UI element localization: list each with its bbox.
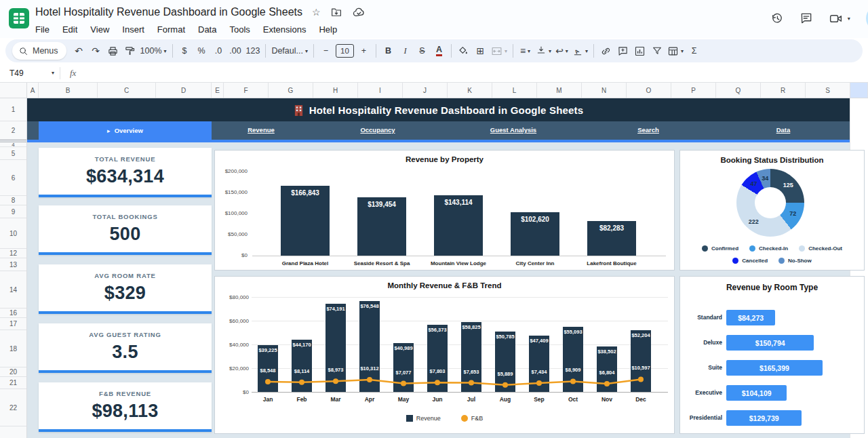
name-box[interactable]: T49 ▾ <box>0 68 60 78</box>
kpi-card-1[interactable]: TOTAL BOOKINGS500 <box>39 205 212 255</box>
horizontal-align-button[interactable]: ≡▾ <box>517 42 534 60</box>
decrease-font-size-button[interactable]: − <box>317 42 334 60</box>
row-header-18[interactable]: 18 <box>0 330 26 367</box>
font-family-button[interactable]: Defaul...▾ <box>269 42 310 60</box>
column-header-A[interactable]: A <box>27 83 39 98</box>
column-header-O[interactable]: O <box>627 83 671 98</box>
row-header-20[interactable]: 20 <box>0 367 26 377</box>
revenue-by-room-type-chart[interactable]: Revenue by Room TypeStandard$84,273Delux… <box>679 276 865 434</box>
column-header-D[interactable]: D <box>156 83 212 98</box>
italic-button[interactable]: I <box>397 42 414 60</box>
menu-view[interactable]: View <box>90 24 109 35</box>
revenue-by-property-chart[interactable]: Revenue by Property$0$50,000$100,000$150… <box>214 150 675 271</box>
kpi-card-4[interactable]: F&B REVENUE$98,113 <box>39 382 212 432</box>
document-title[interactable]: Hotel Hospitality Revenue Dashboard in G… <box>35 6 302 18</box>
text-color-button[interactable]: A <box>431 42 448 60</box>
tab-data[interactable]: Data <box>776 126 791 134</box>
kpi-card-3[interactable]: AVG GUEST RATING3.5 <box>39 323 212 373</box>
font-size-button[interactable]: 10 <box>336 44 354 58</box>
borders-button[interactable]: ⊞ <box>472 42 489 60</box>
select-all-corner[interactable] <box>0 83 27 98</box>
vertical-align-button[interactable]: ▾ <box>534 42 553 60</box>
column-header-S[interactable]: S <box>806 83 850 98</box>
decrease-decimal-places-button[interactable]: .0 <box>210 42 227 60</box>
row-header-1[interactable]: 1 <box>0 98 26 121</box>
menu-extensions[interactable]: Extensions <box>263 24 307 35</box>
menu-help[interactable]: Help <box>319 24 337 35</box>
functions-button[interactable]: Σ <box>686 42 703 60</box>
row-header-14[interactable]: 14 <box>0 271 26 308</box>
redo-button[interactable]: ↷ <box>87 42 104 60</box>
row-header-2[interactable]: 2 <box>0 121 26 140</box>
row-header-12[interactable]: 12 <box>0 249 26 258</box>
text-rotation-button[interactable]: A▾ <box>570 42 590 60</box>
format-as-currency-button[interactable]: $ <box>176 42 193 60</box>
strikethrough-button[interactable]: S <box>414 42 431 60</box>
row-header-8[interactable]: 8 <box>0 196 26 205</box>
zoom-button[interactable]: 100%▾ <box>138 42 169 60</box>
menus-button[interactable]: Menus <box>12 42 66 60</box>
format-as-percent-button[interactable]: % <box>193 42 210 60</box>
version-history-button[interactable] <box>770 12 784 25</box>
row-header-13[interactable]: 13 <box>0 258 26 271</box>
fill-color-button[interactable] <box>455 42 472 60</box>
row-header-16[interactable]: 16 <box>0 308 26 318</box>
column-header-R[interactable]: R <box>761 83 806 98</box>
join-call-button[interactable]: ▾ <box>829 12 850 26</box>
row-header-6[interactable]: 6 <box>0 160 26 196</box>
star-button[interactable]: ☆ <box>312 7 321 18</box>
column-header-T-selected[interactable] <box>850 83 868 98</box>
table-tools-button[interactable]: ▾ <box>665 42 686 60</box>
row-header-5[interactable]: 5 <box>0 147 26 160</box>
menu-insert[interactable]: Insert <box>122 24 144 35</box>
column-header-L[interactable]: L <box>492 83 537 98</box>
insert-chart-button[interactable] <box>631 42 648 60</box>
paint-format-button[interactable] <box>121 42 138 60</box>
row-header-4[interactable]: 4 <box>0 142 26 147</box>
column-header-J[interactable]: J <box>403 83 448 98</box>
insert-link-button[interactable] <box>597 42 614 60</box>
column-header-I[interactable]: I <box>358 83 403 98</box>
row-header-22[interactable]: 22 <box>0 389 26 426</box>
column-header-M[interactable]: M <box>537 83 582 98</box>
column-header-C[interactable]: C <box>98 83 156 98</box>
menu-data[interactable]: Data <box>198 24 216 35</box>
column-header-N[interactable]: N <box>582 83 627 98</box>
create-filter-button[interactable] <box>648 42 665 60</box>
tab-revenue[interactable]: Revenue <box>248 126 275 134</box>
share-button[interactable]: S <box>866 5 868 31</box>
menu-edit[interactable]: Edit <box>62 24 77 35</box>
column-header-Q[interactable]: Q <box>716 83 761 98</box>
row-header-21[interactable]: 21 <box>0 377 26 389</box>
column-header-G[interactable]: G <box>269 83 313 98</box>
menu-tools[interactable]: Tools <box>229 24 250 35</box>
row-header-10[interactable]: 10 <box>0 218 26 249</box>
kpi-card-0[interactable]: TOTAL REVENUE$634,314 <box>39 148 212 197</box>
tab-overview-active[interactable]: ▸Overview <box>39 121 212 140</box>
print-button[interactable] <box>104 42 121 60</box>
column-header-H[interactable]: H <box>313 83 358 98</box>
column-header-K[interactable]: K <box>448 83 492 98</box>
bold-button[interactable]: B <box>380 42 397 60</box>
row-header-17[interactable]: 17 <box>0 318 26 330</box>
insert-comment-button[interactable] <box>614 42 631 60</box>
sheets-logo-icon[interactable] <box>9 8 29 31</box>
increase-font-size-button[interactable]: + <box>355 42 372 60</box>
monthly-revenue-fnb-chart[interactable]: Monthly Revenue & F&B Trend$0$20,000$40,… <box>214 276 675 434</box>
menu-format[interactable]: Format <box>157 24 185 35</box>
undo-button[interactable]: ↶ <box>71 42 87 60</box>
column-header-E[interactable]: E <box>212 83 224 98</box>
column-header-P[interactable]: P <box>671 83 716 98</box>
menu-file[interactable]: File <box>35 24 50 35</box>
move-to-folder-button[interactable] <box>330 6 342 18</box>
booking-status-chart[interactable]: Booking Status Distribution125722224734C… <box>679 150 865 271</box>
tab-occupancy[interactable]: Occupancy <box>360 126 395 134</box>
column-header-F[interactable]: F <box>224 83 269 98</box>
more-formats-button[interactable]: 123 <box>244 42 262 60</box>
tab-guest-analysis[interactable]: Guest Analysis <box>490 126 536 134</box>
document-status-button[interactable] <box>352 5 366 19</box>
column-header-B[interactable]: B <box>39 83 98 98</box>
kpi-card-2[interactable]: AVG ROOM RATE$329 <box>39 264 212 314</box>
row-header-9[interactable]: 9 <box>0 205 26 218</box>
increase-decimal-places-button[interactable]: .00 <box>227 42 244 60</box>
